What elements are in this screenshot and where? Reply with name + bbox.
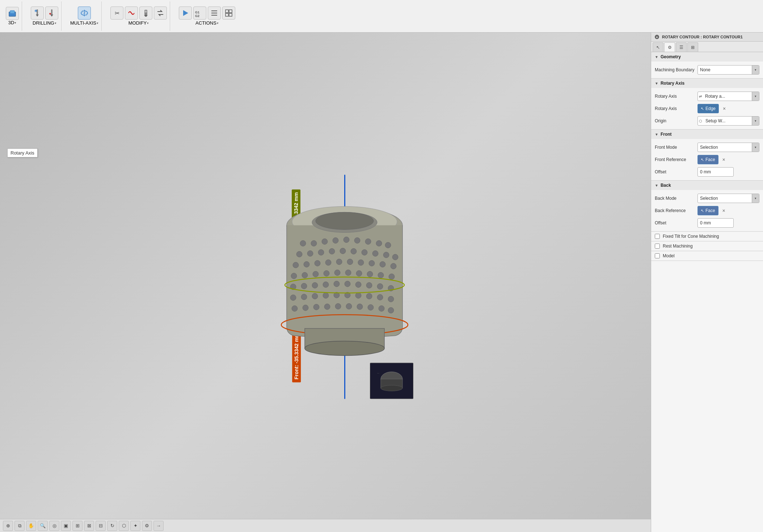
status-filter-btn[interactable]: ⊠: [84, 521, 94, 531]
rest-machining-label[interactable]: Rest Machining: [663, 244, 693, 249]
rotary-axis-value-1: ⇌ Rotary a... ▾: [697, 92, 759, 101]
back-reference-value: ↖ Face ×: [697, 206, 759, 215]
remove-path-button[interactable]: [125, 7, 138, 20]
status-snap-btn[interactable]: ⬡: [119, 521, 129, 531]
section-rotary-axis-header[interactable]: ▼ Rotary Axis: [651, 79, 763, 88]
svg-point-85: [366, 293, 372, 299]
status-print-btn[interactable]: ⊟: [96, 521, 106, 531]
status-layers-btn[interactable]: ⧉: [14, 521, 25, 531]
multiaxis-button[interactable]: [78, 7, 91, 20]
actions-label-row[interactable]: ACTIONS ▾: [195, 20, 219, 26]
svg-point-52: [336, 259, 342, 265]
actions-label: ACTIONS: [195, 20, 216, 26]
status-rotate-btn[interactable]: ↻: [107, 521, 117, 531]
status-move-btn[interactable]: ⊕: [3, 521, 13, 531]
rest-machining-checkbox[interactable]: [655, 244, 660, 249]
rest-machining-row[interactable]: Rest Machining: [651, 241, 763, 251]
origin-dropdown[interactable]: ⬡ Setup W... ▾: [697, 116, 759, 126]
svg-marker-7: [50, 14, 53, 17]
rotary-axis-edge-btn[interactable]: ↖ Edge: [697, 104, 719, 113]
list-button[interactable]: [208, 7, 221, 20]
svg-point-41: [329, 248, 335, 254]
svg-point-66: [378, 272, 384, 278]
swap-button[interactable]: [154, 7, 167, 20]
tab-cursor[interactable]: ↖: [653, 42, 663, 52]
modify-label-row[interactable]: MODIFY ▾: [128, 20, 149, 26]
status-zoom-btn[interactable]: 🔍: [38, 521, 48, 531]
back-reference-clear-btn[interactable]: ×: [720, 207, 728, 215]
toolbar-3d-dropdown[interactable]: 3D ▾: [6, 7, 19, 25]
origin-value: ⬡ Setup W... ▾: [697, 116, 759, 126]
svg-point-74: [355, 282, 361, 287]
back-reference-btn[interactable]: ↖ Face: [697, 206, 718, 215]
origin-icon: ⬡: [698, 119, 703, 123]
toolbar-group-modify: ✂ MODIFY: [108, 1, 170, 31]
tab-list[interactable]: ☰: [676, 42, 687, 52]
status-tools-btn[interactable]: ⚙: [142, 521, 152, 531]
fixed-tilt-checkbox[interactable]: [655, 234, 660, 239]
front-reference-btn[interactable]: ↖ Face: [697, 155, 718, 164]
scissors-button[interactable]: ✂: [110, 7, 123, 20]
status-display-btn[interactable]: ▣: [61, 521, 71, 531]
rotary-axis-clear-btn[interactable]: ×: [720, 105, 728, 113]
toolbar-group-drilling: + DRILLING ▾: [28, 1, 62, 31]
status-search-btn[interactable]: ◎: [49, 521, 59, 531]
drilling-button[interactable]: +: [31, 7, 44, 20]
back-chevron: ▼: [655, 183, 658, 187]
toolbar-icons-actions: G1 G2: [179, 7, 235, 20]
model-row[interactable]: Model: [651, 251, 763, 261]
machining-boundary-dropdown[interactable]: None ▾: [697, 65, 759, 75]
model-label[interactable]: Model: [663, 253, 675, 258]
nozzle-button[interactable]: [139, 7, 152, 20]
3d-button[interactable]: [6, 7, 19, 20]
toolbar-icons-modify: ✂: [110, 7, 167, 20]
svg-text:+: +: [35, 10, 36, 12]
tab-grid[interactable]: ⊞: [687, 42, 698, 52]
back-mode-arrow: ▾: [752, 194, 759, 203]
front-offset-row: Offset: [651, 166, 763, 178]
back-mode-dropdown[interactable]: Selection ▾: [697, 194, 759, 203]
g1g2-button[interactable]: G1 G2: [193, 7, 206, 20]
back-offset-input[interactable]: [697, 218, 734, 228]
play-button[interactable]: [179, 7, 192, 20]
panel-titlebar: ● ROTARY CONTOUR : ROTARY CONTOUR1: [651, 33, 763, 42]
section-back: ▼ Back Back Mode Selection ▾: [651, 181, 763, 232]
grid-button[interactable]: [222, 7, 235, 20]
front-mode-dropdown[interactable]: Selection ▾: [697, 143, 759, 152]
section-back-header[interactable]: ▼ Back: [651, 181, 763, 190]
model-checkbox[interactable]: [655, 253, 660, 258]
fixed-tilt-row[interactable]: Fixed Tilt for Cone Machining: [651, 232, 763, 241]
drilling-label-row[interactable]: DRILLING ▾: [33, 20, 56, 26]
fixed-tilt-label[interactable]: Fixed Tilt for Cone Machining: [663, 234, 719, 239]
svg-point-64: [356, 270, 362, 276]
svg-point-31: [322, 238, 328, 244]
mini-thumbnail: ...: [370, 363, 413, 399]
svg-point-95: [368, 304, 374, 310]
svg-point-91: [324, 304, 330, 309]
multiaxis-label: MULTI-AXIS: [70, 20, 96, 26]
right-panel: ● ROTARY CONTOUR : ROTARY CONTOUR1 ↖ ⚙ ☰…: [651, 33, 763, 532]
multiaxis-label-row[interactable]: MULTI-AXIS ▾: [70, 20, 98, 26]
svg-point-46: [383, 252, 389, 258]
svg-point-107: [381, 385, 402, 391]
status-hand-btn[interactable]: ✋: [26, 521, 36, 531]
3d-label-arrow[interactable]: 3D ▾: [8, 20, 17, 25]
rotary-axis-label-1: Rotary Axis: [655, 94, 695, 99]
back-mode-row: Back Mode Selection ▾: [651, 192, 763, 204]
svg-point-89: [303, 305, 308, 311]
status-arrow-btn[interactable]: →: [153, 521, 164, 531]
front-reference-clear-btn[interactable]: ×: [720, 156, 728, 164]
front-offset-input[interactable]: [697, 167, 734, 177]
status-measure-btn[interactable]: ⊞: [72, 521, 83, 531]
status-points-btn[interactable]: ✦: [130, 521, 140, 531]
geometry-body: Machining Boundary None ▾: [651, 62, 763, 78]
section-geometry-header[interactable]: ▼ Geometry: [651, 52, 763, 62]
section-front-header[interactable]: ▼ Front: [651, 130, 763, 139]
rotary-axis-dropdown[interactable]: ⇌ Rotary a... ▾: [697, 92, 759, 101]
tab-gear[interactable]: ⚙: [664, 42, 675, 52]
section-rotary-axis: ▼ Rotary Axis Rotary Axis ⇌ Rotary a... …: [651, 79, 763, 130]
back-label: Back: [661, 183, 671, 188]
drilling-add-button[interactable]: [45, 7, 58, 20]
back-offset-label: Offset: [655, 220, 695, 225]
viewport[interactable]: Rotary Axis Back: -41.3342 mm Front: -35…: [0, 33, 651, 532]
